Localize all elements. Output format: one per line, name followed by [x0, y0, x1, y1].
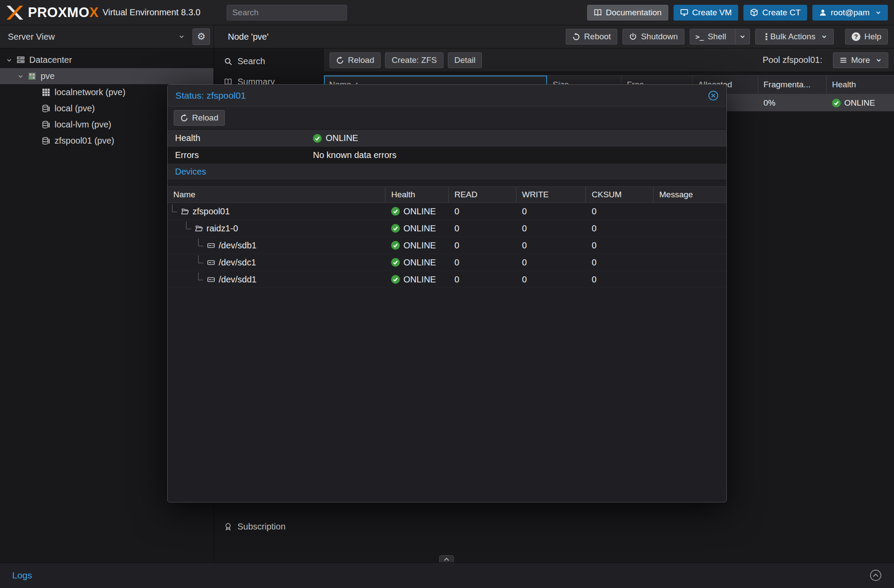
bulk-actions-button[interactable]: ⋮ Bulk Actions: [755, 29, 834, 45]
help-button[interactable]: ? Help: [845, 29, 888, 45]
tree-elbow-connector: [198, 255, 203, 263]
reboot-button[interactable]: Reboot: [566, 29, 617, 45]
shell-button[interactable]: >_ Shell: [690, 29, 750, 45]
shell-dropdown-toggle[interactable]: [735, 29, 750, 44]
create-ct-label: Create CT: [762, 8, 801, 17]
device-health-cell: ONLINE: [385, 271, 449, 288]
device-row-sdc1[interactable]: /dev/sdc1 ONLINE 0 0 0: [168, 254, 726, 271]
device-write-cell: 0: [516, 271, 586, 288]
shutdown-label: Shutdown: [641, 32, 678, 41]
submenu-item-subscription[interactable]: Subscription: [214, 518, 324, 535]
column-label: WRITE: [522, 190, 549, 199]
device-write-cell: 0: [516, 237, 586, 254]
reload-button[interactable]: Reload: [330, 52, 381, 68]
tree-item-pve[interactable]: pve: [0, 68, 213, 84]
tree-item-label: zfspool01 (pve): [55, 136, 114, 146]
chevron-down-icon[interactable]: [17, 73, 24, 79]
column-header-cksum[interactable]: CKSUM: [586, 187, 653, 203]
global-search-input[interactable]: [227, 5, 347, 21]
device-cksum-cell: 0: [586, 271, 654, 288]
tree-item-label: localnetwork (pve): [55, 87, 125, 97]
chevron-down-icon: [876, 57, 882, 63]
submenu-item-search[interactable]: Search: [214, 53, 324, 69]
subscription-icon: [224, 523, 232, 531]
device-name-cell: /dev/sdd1: [168, 271, 385, 288]
node-actions: Reboot Shutdown >_ Shell: [566, 29, 888, 45]
proxmox-logo-icon: [6, 5, 24, 20]
detail-button[interactable]: Detail: [448, 52, 482, 68]
device-name-cell: /dev/sdc1: [168, 254, 385, 271]
status-row-health: Health ONLINE: [168, 130, 726, 147]
expand-logs-icon[interactable]: [870, 569, 882, 581]
tree-item-label: Datacenter: [29, 55, 72, 65]
device-cksum: 0: [591, 206, 596, 217]
device-health-cell: ONLINE: [385, 203, 449, 220]
menu-icon: [839, 56, 847, 64]
refresh-icon: [336, 56, 344, 64]
device-row-sdd1[interactable]: /dev/sdd1 ONLINE 0 0 0: [168, 271, 726, 288]
device-row-zfspool01[interactable]: zfspool01 ONLINE 0 0 0: [168, 203, 726, 220]
device-write-cell: 0: [516, 203, 586, 220]
pool-cell-fragmentation: 0%: [758, 94, 827, 111]
device-row-raidz1-0[interactable]: raidz1-0 ONLINE 0 0 0: [168, 220, 726, 237]
folder-open-icon: [181, 207, 189, 216]
create-zfs-button[interactable]: Create: ZFS: [385, 52, 443, 68]
logs-label[interactable]: Logs: [12, 570, 32, 581]
column-label: Health: [391, 190, 415, 199]
status-row-errors: Errors No known data errors: [168, 147, 726, 164]
hard-drive-icon: [207, 275, 215, 284]
question-icon: ?: [852, 32, 860, 41]
settings-gear-button[interactable]: ⚙: [193, 28, 210, 45]
secondary-bar: Server View ⚙ Node 'pve' Reboot: [0, 25, 894, 48]
check-circle-icon: [391, 275, 400, 284]
documentation-button[interactable]: Documentation: [587, 5, 668, 21]
help-label: Help: [864, 32, 881, 41]
column-header-fragmentation[interactable]: Fragmenta...: [758, 76, 827, 94]
more-button[interactable]: More: [833, 52, 888, 68]
device-name: /dev/sdd1: [219, 275, 257, 285]
device-row-sdb1[interactable]: /dev/sdb1 ONLINE 0 0 0: [168, 237, 726, 254]
column-header-message[interactable]: Message: [653, 187, 726, 203]
device-write: 0: [522, 241, 527, 251]
modal-header[interactable]: Status: zfspool01: [168, 85, 726, 107]
modal-reload-button[interactable]: Reload: [174, 110, 225, 126]
device-cksum-cell: 0: [586, 237, 654, 254]
device-name-cell: zfspool01: [168, 203, 385, 220]
create-vm-label: Create VM: [692, 8, 732, 17]
tree-item-datacenter[interactable]: Datacenter: [0, 52, 213, 68]
view-selector-bar: Server View ⚙: [0, 25, 214, 48]
column-header-name[interactable]: Name: [168, 187, 385, 203]
column-header-write[interactable]: WRITE: [516, 187, 586, 203]
device-cksum-cell: 0: [586, 220, 653, 237]
device-cksum: 0: [592, 275, 597, 285]
chevron-down-icon[interactable]: [6, 57, 12, 63]
column-header-health[interactable]: Health: [827, 76, 894, 94]
create-vm-button[interactable]: Create VM: [674, 5, 739, 21]
terminal-icon: >_: [695, 33, 704, 41]
column-header-health[interactable]: Health: [385, 187, 449, 203]
device-name: raidz1-0: [206, 224, 238, 234]
device-health-cell: ONLINE: [385, 220, 449, 237]
shutdown-button[interactable]: Shutdown: [622, 29, 684, 45]
logs-collapse-handle[interactable]: [439, 555, 454, 562]
user-label: root@pam: [831, 8, 870, 17]
device-message-cell: [653, 254, 726, 271]
device-read: 0: [454, 224, 459, 234]
close-icon[interactable]: [708, 90, 719, 101]
device-read-cell: 0: [449, 203, 516, 220]
device-read: 0: [454, 206, 459, 217]
device-health: ONLINE: [403, 275, 436, 285]
user-menu-button[interactable]: root@pam: [812, 5, 888, 21]
column-header-read[interactable]: READ: [449, 187, 516, 203]
header-actions: Documentation Create VM Create CT root@p…: [587, 5, 888, 21]
device-write: 0: [522, 275, 527, 285]
view-selector[interactable]: Server View: [3, 28, 189, 45]
chevron-down-icon: [739, 34, 746, 40]
devices-table-header: Name Health READ WRITE CKSUM Message: [168, 186, 726, 203]
tree-elbow-connector: [172, 204, 177, 212]
device-write-cell: 0: [516, 220, 586, 237]
create-ct-button[interactable]: Create CT: [743, 5, 807, 21]
modal-reload-label: Reload: [192, 113, 218, 123]
node-header-bar: Node 'pve' Reboot Shutdown >_: [214, 25, 894, 48]
chevron-down-icon: [821, 34, 827, 40]
